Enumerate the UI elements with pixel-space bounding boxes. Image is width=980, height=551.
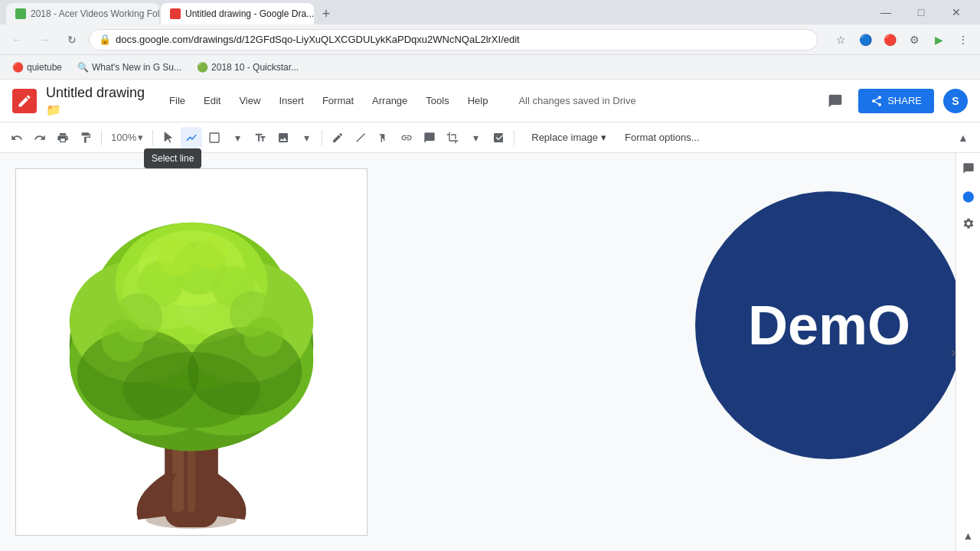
secure-icon: 🔒 [99, 34, 111, 45]
maximize-button[interactable]: □ [903, 0, 939, 24]
pencil-button[interactable] [327, 127, 348, 148]
share-label: SHARE [887, 95, 922, 106]
shapes-dropdown[interactable]: ▾ [227, 127, 248, 148]
minimize-button[interactable]: — [868, 0, 903, 24]
back-button[interactable]: ← [6, 29, 28, 51]
title-bar: 2018 - Acer Videos Working Fol... ✕ Unti… [0, 0, 980, 24]
separator-4 [514, 130, 514, 145]
canvas-wrapper[interactable]: DemO › [0, 153, 956, 551]
menu-help[interactable]: Help [459, 90, 498, 111]
undo-button[interactable] [6, 127, 28, 148]
image-dropdown[interactable]: ▾ [296, 127, 317, 148]
bookmark-quickstart-label: 2018 10 - Quickstar... [211, 62, 299, 73]
bookmark-google-label: What's New in G Su... [92, 62, 181, 73]
bookmark-quietube[interactable]: 🔴 quietube [6, 59, 68, 76]
extension-icon-2[interactable]: 🔴 [879, 29, 900, 51]
format-options-label: Format options... [625, 132, 700, 143]
redo-button[interactable] [29, 127, 51, 148]
crop-dropdown[interactable]: ▾ [465, 127, 486, 148]
sidebar-collapse-button[interactable]: ▲ [959, 527, 978, 545]
select-line-button[interactable] [181, 127, 202, 148]
star-icon[interactable]: ☆ [830, 29, 851, 51]
bookmark-quickstart[interactable]: 🟢 2018 10 - Quickstar... [191, 59, 305, 76]
share-button[interactable]: SHARE [858, 89, 934, 113]
close-button[interactable]: ✕ [939, 0, 974, 24]
url-bar[interactable]: 🔒 docs.google.com/drawings/d/12GFdSqo-Li… [89, 29, 818, 51]
bookmark-quietube-label: quietube [27, 62, 62, 73]
zoom-chevron: ▾ [138, 132, 143, 143]
mask-button[interactable] [488, 127, 509, 148]
bookmark-google[interactable]: 🔍 What's New in G Su... [71, 59, 188, 76]
format-options-button[interactable]: Format options... [619, 129, 706, 146]
address-icons: ☆ 🔵 🔴 ⚙ ▶ ⋮ [830, 29, 974, 51]
shape-button[interactable] [204, 127, 225, 148]
url-text: docs.google.com/drawings/d/12GFdSqo-LiyX… [116, 34, 808, 45]
menu-insert[interactable]: Insert [270, 90, 313, 111]
settings-icon[interactable]: ⚙ [903, 29, 925, 51]
svg-point-18 [122, 352, 260, 429]
separator-2 [152, 130, 153, 145]
scroll-right-button[interactable]: › [951, 344, 956, 360]
tab-bar: 2018 - Acer Videos Working Fol... ✕ Unti… [6, 0, 862, 24]
app-title-section: Untitled drawing 📁 [46, 85, 145, 117]
window-controls: — □ ✕ [868, 0, 974, 24]
svg-point-27 [244, 317, 284, 357]
zoom-dropdown[interactable]: 100% ▾ [106, 127, 148, 148]
drawing-canvas[interactable] [15, 168, 368, 536]
folder-icon[interactable]: 📁 [46, 103, 61, 117]
print-button[interactable] [52, 127, 74, 148]
forward-button[interactable]: → [34, 29, 55, 51]
link-button[interactable] [396, 127, 417, 148]
header-right: SHARE S [822, 87, 968, 115]
toolbar-collapse-button[interactable]: ▲ [952, 127, 974, 148]
tab-2[interactable]: Untitled drawing - Google Dra... ✕ [161, 3, 314, 24]
new-tab-button[interactable]: + [315, 3, 337, 24]
format-section: Replace image ▾ Format options... [525, 129, 705, 146]
drawings-app: Untitled drawing 📁 File Edit View Insert… [0, 80, 980, 551]
crop-button[interactable] [442, 127, 463, 148]
menu-file[interactable]: File [160, 90, 194, 111]
paint-format-button[interactable] [75, 127, 96, 148]
select-button[interactable] [158, 127, 179, 148]
demo-text: DemO [748, 294, 910, 357]
menu-edit[interactable]: Edit [194, 90, 230, 111]
menu-icon[interactable]: ⋮ [952, 29, 974, 51]
bookmark-quietube-icon: 🔴 [12, 62, 24, 73]
tree-svg [16, 169, 367, 535]
sidebar-chat-icon[interactable] [959, 159, 978, 178]
replace-image-button[interactable]: Replace image ▾ [525, 129, 612, 146]
refresh-button[interactable]: ↻ [61, 29, 83, 51]
bookmark-quickstart-icon: 🟢 [197, 62, 208, 73]
menu-tools[interactable]: Tools [416, 90, 458, 111]
saved-status: All changes saved in Drive [518, 95, 635, 106]
tab-1[interactable]: 2018 - Acer Videos Working Fol... ✕ [6, 3, 159, 24]
line-button[interactable] [350, 127, 371, 148]
comment-button[interactable] [822, 87, 849, 115]
play-icon[interactable]: ▶ [928, 29, 949, 51]
paragraph-button[interactable] [373, 127, 394, 148]
tab-1-favicon [15, 8, 26, 19]
tab-2-title: Untitled drawing - Google Dra... [185, 8, 314, 19]
svg-point-25 [194, 236, 227, 270]
app-header: Untitled drawing 📁 File Edit View Insert… [0, 80, 980, 122]
replace-image-chevron: ▾ [601, 132, 606, 143]
svg-point-26 [102, 319, 145, 362]
menu-view[interactable]: View [230, 90, 270, 111]
menu-format[interactable]: Format [313, 90, 363, 111]
separator-1 [101, 130, 102, 145]
tab-2-favicon [170, 8, 181, 19]
bookmark-google-icon: 🔍 [77, 62, 89, 73]
file-actions: 📁 [46, 103, 145, 117]
image-button[interactable] [273, 127, 294, 148]
app-body: DemO › ⬤ ▲ [0, 153, 980, 551]
sidebar-settings-icon[interactable] [959, 214, 978, 233]
app-title[interactable]: Untitled drawing [46, 85, 145, 101]
bookmarks-bar: 🔴 quietube 🔍 What's New in G Su... 🟢 201… [0, 55, 980, 80]
comment-insert-button[interactable] [419, 127, 440, 148]
text-box-button[interactable] [250, 127, 271, 148]
user-avatar[interactable]: S [943, 89, 968, 113]
sidebar-circle-icon[interactable]: ⬤ [959, 187, 978, 205]
menu-arrange[interactable]: Arrange [363, 90, 416, 111]
menu-bar: File Edit View Insert Format Arrange Too… [160, 90, 497, 111]
extension-icon-1[interactable]: 🔵 [854, 29, 876, 51]
